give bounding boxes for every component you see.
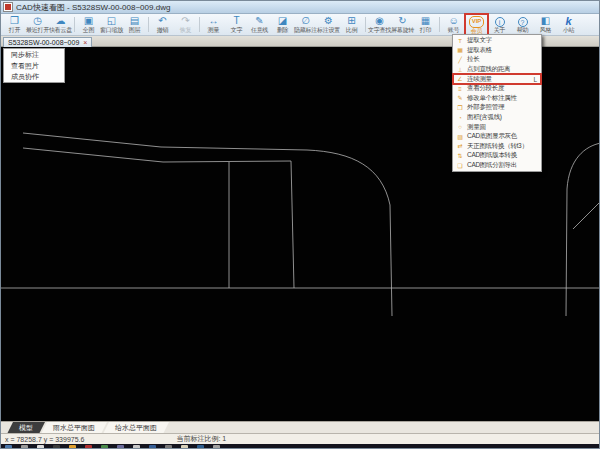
document-tab[interactable]: S5328SW-00-008~009 ×: [3, 37, 92, 47]
taskbar-icon[interactable]: [85, 445, 92, 449]
menu-item-split-export[interactable]: ❏CAD图纸分割导出: [453, 161, 541, 171]
taskbar-icon[interactable]: [117, 445, 124, 449]
help-icon: ?: [518, 17, 528, 27]
taskbar-icon[interactable]: [53, 445, 60, 449]
toolbar-freeline-button[interactable]: ✎任意线: [248, 14, 271, 35]
toolbar-cloud-button[interactable]: ☁快看云盘: [49, 14, 72, 35]
measure-icon: ↔: [209, 15, 219, 27]
title-bar: CAD快速看图 - S5328SW-00-008~009.dwg: [1, 1, 600, 14]
toolbar-text-search-button[interactable]: ◉文字查找: [368, 14, 391, 35]
toolbar-help-button[interactable]: ?帮助: [511, 14, 534, 35]
taskbar-icon[interactable]: [213, 445, 220, 449]
taskbar-icon[interactable]: [165, 445, 172, 449]
toolbar-separator: [439, 17, 440, 32]
toolbar-fullview-button[interactable]: ▣全图: [77, 14, 100, 35]
version-convert-icon: ⇅: [456, 152, 464, 160]
taskbar-icon[interactable]: [133, 445, 140, 449]
area-icon: ◔: [456, 114, 464, 122]
tab-context-menu: 同步标注 查看照片 成员协作: [3, 48, 65, 83]
cloud-icon: ☁: [56, 15, 66, 27]
menu-item-point-to-line-distance[interactable]: ⊥点到直线的距离: [453, 65, 541, 75]
modify-annotation-icon: ✎: [456, 94, 464, 102]
menu-item-modify-annotation[interactable]: ✎修改单个标注属性: [453, 94, 541, 104]
taskbar-icon[interactable]: [197, 445, 204, 449]
segment-length-icon: ≡: [456, 85, 464, 93]
taskbar-icon[interactable]: [37, 445, 44, 449]
printer-icon: ▦: [421, 15, 430, 27]
annotation-scale-status: 当前标注比例: 1: [176, 434, 226, 444]
shortcut-key: L: [533, 76, 537, 83]
vip-dropdown-menu: T提取文字 ▦提取表格 ╱拉长 ⊥点到直线的距离 ∠连续测量L ≡查看分段长度 …: [452, 34, 542, 172]
toolbar-open-button[interactable]: ❐打开: [3, 14, 26, 35]
kstation-icon: k: [565, 15, 571, 27]
menu-item-member-collaboration[interactable]: 成员协作: [4, 71, 64, 82]
gear-icon: ⚙: [324, 15, 333, 27]
taskbar-icon[interactable]: [181, 445, 188, 449]
toolbar-separator: [74, 17, 75, 32]
redo-icon: ↷: [181, 15, 189, 27]
menu-item-xref-manager[interactable]: ❐外部参照管理: [453, 103, 541, 113]
toolbar-measure-button[interactable]: ↔测量: [202, 14, 225, 35]
menu-item-segment-length[interactable]: ≡查看分段长度: [453, 84, 541, 94]
split-export-icon: ❏: [456, 162, 464, 170]
windows-taskbar[interactable]: [1, 444, 600, 449]
toolbar-separator: [365, 17, 366, 32]
toolbar-separator: [148, 17, 149, 32]
taskbar-icon[interactable]: [149, 445, 156, 449]
app-window: CAD快速看图 - S5328SW-00-008~009.dwg ❐打开 ◷最近…: [0, 0, 600, 449]
cad-line-right-diagonal: [573, 202, 600, 229]
lengthen-icon: ╱: [456, 56, 464, 64]
toolbar-window-zoom-button[interactable]: ◱窗口缩放: [100, 14, 123, 35]
cad-line-branch-right: [291, 161, 294, 288]
toolbar-layers-button[interactable]: ▤图层: [123, 14, 146, 35]
status-bar: x = 78258.7 y = 339975.6 当前标注比例: 1: [1, 433, 600, 444]
menu-item-measure-circle[interactable]: ○测量圆: [453, 122, 541, 132]
continuous-measure-icon: ∠: [456, 75, 464, 83]
toolbar-hide-annotation-button[interactable]: ∅隐藏标注: [294, 14, 317, 35]
point-line-icon: ⊥: [456, 66, 464, 74]
toolbar-recent-button[interactable]: ◷最近打开: [26, 14, 49, 35]
menu-item-version-convert[interactable]: ⇅CAD图纸版本转换: [453, 151, 541, 161]
gray-bg-icon: ▨: [456, 133, 464, 141]
toolbar-account-button[interactable]: ☺账号: [442, 14, 465, 35]
toolbar-text-button[interactable]: T文字: [225, 14, 248, 35]
menu-item-continuous-measure[interactable]: ∠连续测量L: [453, 74, 541, 84]
toolbar-print-button[interactable]: ▦打印: [414, 14, 437, 35]
toolbar-separator: [199, 17, 200, 32]
menu-item-gray-background[interactable]: ▨CAD底图显示灰色: [453, 132, 541, 142]
menu-item-extract-text[interactable]: T提取文字: [453, 36, 541, 46]
toolbar-annotation-settings-button[interactable]: ⚙标注设置: [317, 14, 340, 35]
toolbar-about-button[interactable]: i关于: [488, 14, 511, 35]
toolbar-undo-button[interactable]: ↶撤销: [151, 14, 174, 35]
toolbar-vip-button[interactable]: VIP会员: [465, 14, 488, 35]
search-icon: ◉: [375, 15, 384, 27]
taskbar-icon[interactable]: [21, 445, 28, 449]
toolbar-kstation-button[interactable]: k小站: [557, 14, 580, 35]
eraser-icon: ◪: [278, 15, 287, 27]
toolbar-style-button[interactable]: ◧风格: [534, 14, 557, 35]
close-icon[interactable]: ×: [83, 39, 87, 46]
cad-line-right-curve: [566, 143, 600, 316]
toolbar-rotate-button[interactable]: ↻屏幕旋转: [391, 14, 414, 35]
open-icon: ❐: [10, 15, 19, 27]
taskbar-icon[interactable]: [69, 445, 76, 449]
rotate-icon: ↻: [398, 15, 406, 27]
extract-text-icon: T: [456, 37, 464, 45]
menu-item-sync-annotation[interactable]: 同步标注: [4, 49, 64, 60]
menu-item-lengthen[interactable]: ╱拉长: [453, 55, 541, 65]
layout-tab-bar: 模型 雨水总平面图 给水总平面图: [1, 421, 600, 433]
menu-item-tianzheng-convert[interactable]: ⇄天正图纸转换（转t3）: [453, 142, 541, 152]
xref-icon: ❐: [456, 104, 464, 112]
toolbar-scale-button[interactable]: ⊞比例: [340, 14, 363, 35]
text-icon: T: [233, 15, 239, 27]
circle-icon: ○: [456, 123, 464, 131]
taskbar-icon[interactable]: [5, 445, 12, 449]
window-title: CAD快速看图 - S5328SW-00-008~009.dwg: [16, 2, 170, 13]
info-icon: i: [495, 17, 505, 27]
toolbar-delete-button[interactable]: ◪删除: [271, 14, 294, 35]
menu-item-extract-table[interactable]: ▦提取表格: [453, 46, 541, 56]
menu-item-area-with-arc[interactable]: ◔面积(含弧线): [453, 113, 541, 123]
taskbar-icon[interactable]: [101, 445, 108, 449]
menu-item-view-photos[interactable]: 查看照片: [4, 60, 64, 71]
toolbar-redo-button[interactable]: ↷恢复: [174, 14, 197, 35]
